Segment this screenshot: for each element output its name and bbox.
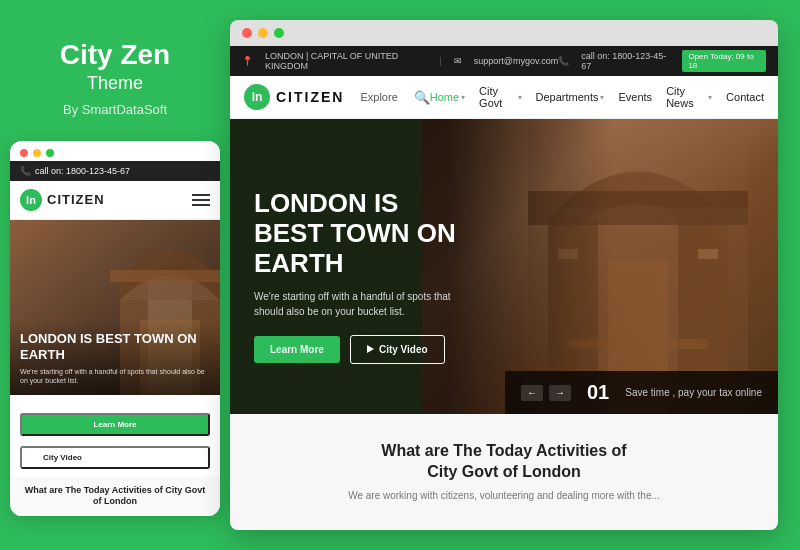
mobile-citizen-logo: ln CITIZEN (20, 189, 105, 211)
browser-content: 📍 LONDON | CAPITAL OF UNITED KINGDOM | ✉… (230, 46, 778, 530)
mobile-call-text: call on: 1800-123-45-67 (35, 166, 130, 176)
mobile-hero-content: LONDON IS BEST TOWN ON EARTH We're start… (10, 321, 220, 394)
nav-brand: CITIZEN (276, 89, 344, 105)
next-slide-button[interactable]: → (549, 385, 571, 401)
nav-item-departments[interactable]: Departments ▾ (536, 91, 605, 103)
mobile-city-video-button[interactable]: City Video (20, 446, 210, 469)
mobile-bottom-section: What are The Today Activities of City Go… (10, 477, 220, 516)
nav-left: ln CITIZEN Explore 🔍 (244, 84, 430, 110)
nav-explore[interactable]: Explore (360, 91, 397, 103)
mobile-dot-yellow (33, 149, 41, 157)
mobile-btn-row: Learn More City Video (20, 407, 210, 469)
svg-rect-4 (110, 270, 220, 282)
mobile-dot-green (46, 149, 54, 157)
mobile-brand: CITIZEN (47, 192, 105, 207)
nav-right: Home ▾ City Govt ▾ Departments ▾ Events … (430, 85, 764, 109)
hero-title-line1: LONDON IS (254, 188, 398, 218)
hero-title: LONDON IS BEST TOWN ON EARTH (254, 189, 484, 279)
mobile-learn-more-button[interactable]: Learn More (20, 413, 210, 436)
main-nav: ln CITIZEN Explore 🔍 Home ▾ City Govt ▾ … (230, 76, 778, 119)
nav-logo-circle: ln (244, 84, 270, 110)
bottom-subtitle: We are working with citizens, volunteeri… (348, 488, 660, 503)
browser-window: 📍 LONDON | CAPITAL OF UNITED KINGDOM | ✉… (230, 20, 778, 530)
nav-logo: ln CITIZEN (244, 84, 344, 110)
nav-item-city-govt[interactable]: City Govt ▾ (479, 85, 521, 109)
nav-item-events[interactable]: Events (618, 91, 652, 103)
theme-subtitle: Theme (87, 73, 143, 94)
chevron-down-icon-2: ▾ (518, 93, 522, 102)
chevron-down-icon: ▾ (461, 93, 465, 102)
mobile-dot-red (20, 149, 28, 157)
hero-bottom-bar: ← → 01 Save time , pay your tax online (505, 371, 778, 414)
hero-content: LONDON IS BEST TOWN ON EARTH We're start… (230, 119, 504, 414)
mobile-section-title: What are The Today Activities of City Go… (20, 485, 210, 508)
mobile-topbar: 📞 call on: 1800-123-45-67 (10, 161, 220, 181)
slide-number: 01 (587, 381, 609, 404)
play-icon (32, 453, 39, 461)
mobile-titlebar (10, 141, 220, 161)
nav-logo-letter: ln (252, 90, 263, 104)
hero-title-line2: BEST TOWN ON (254, 218, 456, 248)
nav-item-city-news[interactable]: City News ▾ (666, 85, 712, 109)
info-bar-left: 📍 LONDON | CAPITAL OF UNITED KINGDOM | ✉… (242, 51, 558, 71)
search-icon[interactable]: 🔍 (414, 90, 430, 105)
play-icon-browser (367, 345, 374, 353)
hero-section: LONDON IS BEST TOWN ON EARTH We're start… (230, 119, 778, 414)
mobile-nav: ln CITIZEN (10, 181, 220, 220)
location-text: LONDON | CAPITAL OF UNITED KINGDOM (265, 51, 427, 71)
bottom-section: What are The Today Activities ofCity Gov… (230, 414, 778, 530)
video-label: City Video (379, 344, 428, 355)
chevron-down-icon-3: ▾ (600, 93, 604, 102)
phone-icon: 📞 (20, 166, 31, 176)
mobile-hamburger[interactable] (192, 194, 210, 206)
hero-title-line3: EARTH (254, 248, 344, 278)
theme-author: By SmartDataSoft (63, 102, 167, 117)
mobile-hero: LONDON IS BEST TOWN ON EARTH We're start… (10, 220, 220, 395)
slide-arrows: ← → (521, 385, 571, 401)
info-sep-1: | (439, 56, 441, 66)
slide-caption: Save time , pay your tax online (625, 387, 762, 398)
mobile-hero-title: LONDON IS BEST TOWN ON EARTH (20, 331, 210, 362)
prev-slide-button[interactable]: ← (521, 385, 543, 401)
email-text: support@mygov.com (474, 56, 559, 66)
nav-item-contact[interactable]: Contact (726, 91, 764, 103)
open-badge: Open Today: 09 to 18 (682, 50, 766, 72)
info-bar: 📍 LONDON | CAPITAL OF UNITED KINGDOM | ✉… (230, 46, 778, 76)
browser-titlebar (230, 20, 778, 46)
mobile-video-label: City Video (43, 453, 82, 462)
hamburger-line-2 (192, 199, 210, 201)
location-icon: 📍 (242, 56, 253, 66)
left-panel: City Zen Theme By SmartDataSoft 📞 call o… (0, 0, 230, 550)
mobile-logo-circle: ln (20, 189, 42, 211)
browser-dot-red[interactable] (242, 28, 252, 38)
nav-item-home[interactable]: Home ▾ (430, 91, 465, 103)
theme-title: City Zen (60, 40, 170, 71)
bottom-title: What are The Today Activities ofCity Gov… (381, 441, 626, 483)
mobile-btn-area: Learn More City Video (10, 395, 220, 477)
email-icon: ✉ (454, 56, 462, 66)
hamburger-line-1 (192, 194, 210, 196)
learn-more-button[interactable]: Learn More (254, 336, 340, 363)
browser-dot-yellow[interactable] (258, 28, 268, 38)
mobile-mockup: 📞 call on: 1800-123-45-67 ln CITIZEN (10, 141, 220, 516)
info-bar-right: 📞 call on: 1800-123-45-67 Open Today: 09… (558, 50, 766, 72)
hero-buttons: Learn More City Video (254, 335, 484, 364)
mobile-logo-letter: ln (26, 194, 36, 206)
phone-text: call on: 1800-123-45-67 (581, 51, 670, 71)
hamburger-line-3 (192, 204, 210, 206)
browser-dot-green[interactable] (274, 28, 284, 38)
chevron-down-icon-4: ▾ (708, 93, 712, 102)
city-video-button[interactable]: City Video (350, 335, 445, 364)
bottom-title-text: What are The Today Activities ofCity Gov… (381, 442, 626, 480)
hero-desc: We're starting off with a handful of spo… (254, 289, 454, 319)
mobile-hero-desc: We're starting off with a handful of spo… (20, 367, 210, 385)
phone-icon-browser: 📞 (558, 56, 569, 66)
